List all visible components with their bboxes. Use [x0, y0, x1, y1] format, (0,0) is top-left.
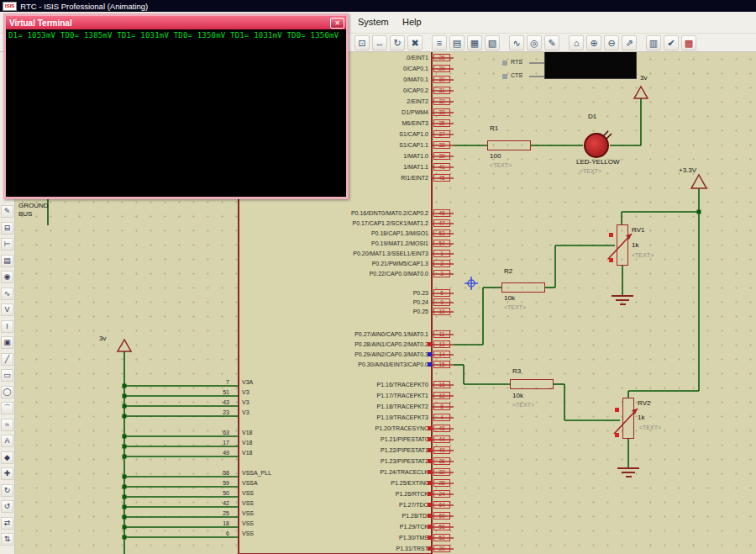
r2-text: <TEXT> — [504, 304, 526, 310]
search-tag-icon[interactable]: ◎ — [527, 35, 542, 50]
tape-recorder-icon[interactable]: ◉ — [1, 271, 13, 283]
2d-line-icon[interactable]: ╱ — [1, 353, 13, 366]
pin-number-box: 36 — [433, 457, 450, 465]
chip-pin-label: VSS — [242, 530, 254, 536]
chip-pin-number: 51 — [187, 389, 229, 395]
power-3v-left-label: 3v — [99, 335, 106, 342]
pick-device-icon[interactable]: ≡ — [432, 35, 447, 50]
chip-pin-label: V18 — [242, 450, 252, 456]
chip-pin-number: 50 — [187, 490, 229, 496]
2d-path-icon[interactable]: ≈ — [1, 419, 13, 431]
mirror-x-icon[interactable]: ⇄ — [1, 517, 13, 530]
r3-ref: R3 — [512, 367, 521, 375]
zoom-to-area-icon[interactable]: ⇗ — [622, 35, 637, 50]
chip-pin-label: P1.31/TRST — [267, 546, 428, 551]
remove-sheet-icon[interactable]: ⊖ — [604, 35, 619, 50]
virtual-instrument-icon[interactable]: ▣ — [1, 336, 13, 349]
simulation-graph-icon[interactable]: ▤ — [1, 255, 13, 267]
pin-state-indicator — [428, 525, 432, 529]
chip-pin-number: 49 — [187, 450, 229, 456]
current-probe-icon[interactable]: I — [1, 320, 13, 333]
pin-number-box: 9 — [433, 298, 450, 306]
device-pin-icon[interactable]: ⊢ — [1, 238, 13, 251]
generator-icon[interactable]: ∿ — [1, 288, 13, 300]
window-titlebar[interactable]: ISIS RTC - ISIS Professional (Animating) — [0, 0, 756, 12]
rts-pin-label: RTS — [511, 59, 522, 65]
chip-pin-label: VSSA — [242, 480, 258, 486]
rv2-adjust-down-square[interactable] — [615, 433, 619, 437]
virtual-terminal-window[interactable]: Virtual Terminal ✕ D1= 1053mV TD0= 1385m… — [3, 13, 349, 199]
pin-number-box: 24 — [433, 490, 450, 498]
chip-pin-label: P0.21/PWM5/CAP1.3 — [267, 261, 428, 266]
virtual-terminal-titlebar[interactable]: Virtual Terminal ✕ — [6, 16, 346, 29]
pin-number-box: 53 — [433, 230, 450, 237]
pin-number-box: 33 — [433, 108, 450, 116]
junction-dot — [123, 536, 127, 540]
power-arrow-3v-left — [118, 340, 131, 351]
chip-pin-label: P0.25 — [267, 309, 428, 314]
rv2-adjust-up-square[interactable] — [615, 408, 619, 412]
block-delete-icon[interactable]: ✖ — [407, 35, 423, 50]
rv1-adjust-down-square[interactable] — [609, 258, 613, 262]
d1-text: <TEXT> — [580, 168, 601, 174]
bill-of-materials-icon[interactable]: ▥ — [646, 35, 661, 50]
make-device-icon[interactable]: ▤ — [449, 35, 465, 50]
2d-arc-icon[interactable]: ⌒ — [1, 402, 13, 414]
2d-text-icon[interactable]: A — [1, 435, 13, 447]
2d-symbol-icon[interactable]: ◆ — [1, 451, 13, 464]
2d-circle-icon[interactable]: ◯ — [1, 386, 13, 398]
pin-number-box: 35 — [433, 119, 450, 127]
close-icon[interactable]: ✕ — [330, 18, 344, 29]
d1-value: LED-YELLOW — [576, 158, 620, 166]
2d-marker-icon[interactable]: ✚ — [1, 467, 13, 480]
design-expl orer-icon[interactable]: ⌂ — [569, 35, 584, 50]
property-assignment-icon[interactable]: ✎ — [544, 35, 559, 50]
wire-autorouter-icon[interactable]: ∿ — [509, 35, 524, 50]
new-sheet-icon[interactable]: ⊕ — [586, 35, 601, 50]
mirror-y-icon[interactable]: ⇅ — [1, 533, 13, 546]
pin-number-box: 31 — [433, 87, 450, 94]
instant-edit-icon[interactable]: ✎ — [1, 205, 13, 218]
voltage-probe-icon[interactable]: V — [1, 303, 13, 316]
chip-pin-label: P1.28/TDI — [267, 513, 428, 519]
led-emission-arrow — [606, 134, 612, 139]
potentiometer-rv1[interactable] — [617, 224, 628, 266]
block-move-icon[interactable]: ↔ — [372, 35, 387, 50]
virtual-terminal-component[interactable] — [544, 52, 637, 79]
rotate-ccw-icon[interactable]: ↺ — [1, 500, 13, 513]
resistor-r3[interactable] — [510, 379, 554, 389]
2d-box-icon[interactable]: ▭ — [1, 369, 13, 382]
electrical-rules-check-icon[interactable]: ✔ — [664, 35, 679, 50]
chip-pin-label: P1.30/TMS — [267, 535, 428, 541]
r1-ref: R1 — [490, 124, 498, 132]
chip-pin-number: 63 — [187, 430, 229, 435]
block-copy-icon[interactable]: ⊡ — [354, 35, 370, 50]
chip-pin-number: 58 — [187, 470, 229, 476]
chip-pin-number: 18 — [187, 520, 229, 526]
resistor-r2[interactable] — [501, 282, 545, 293]
block-rotate-icon[interactable]: ↻ — [390, 35, 405, 50]
chip-pin-label: P1.26/RTCK — [267, 491, 428, 497]
potentiometer-rv2[interactable] — [622, 398, 634, 439]
led-d1[interactable] — [584, 133, 609, 158]
rv2-value: 1k — [638, 414, 644, 421]
rv1-adjust-up-square[interactable] — [609, 233, 613, 237]
pin-state-indicator — [428, 536, 432, 540]
pin-state-indicator — [428, 503, 432, 507]
menu-item-help[interactable]: Help — [397, 15, 427, 29]
junction-dot — [123, 485, 127, 489]
netlist-to-ares-icon[interactable]: ▩ — [681, 35, 696, 50]
pin-number-box: 20 — [433, 545, 450, 552]
pin-state-indicator — [428, 437, 432, 441]
pin-number-box: 13 — [433, 340, 450, 348]
junction-dot — [123, 495, 127, 499]
junction-dot — [123, 525, 127, 530]
pin-number-box: 3 — [433, 270, 450, 277]
packaging-tool-icon[interactable]: ▦ — [467, 35, 482, 50]
menu-item-system[interactable]: System — [353, 15, 394, 29]
resistor-r1[interactable] — [487, 140, 531, 150]
decompose-icon[interactable]: ▧ — [485, 35, 500, 50]
chip-pin-label: P0.30/AIN3/EINT3/CAP0.0 — [267, 361, 428, 367]
rotate-cw-icon[interactable]: ↻ — [1, 484, 13, 497]
inter-sheet-terminal-icon[interactable]: ⊟ — [1, 222, 13, 235]
